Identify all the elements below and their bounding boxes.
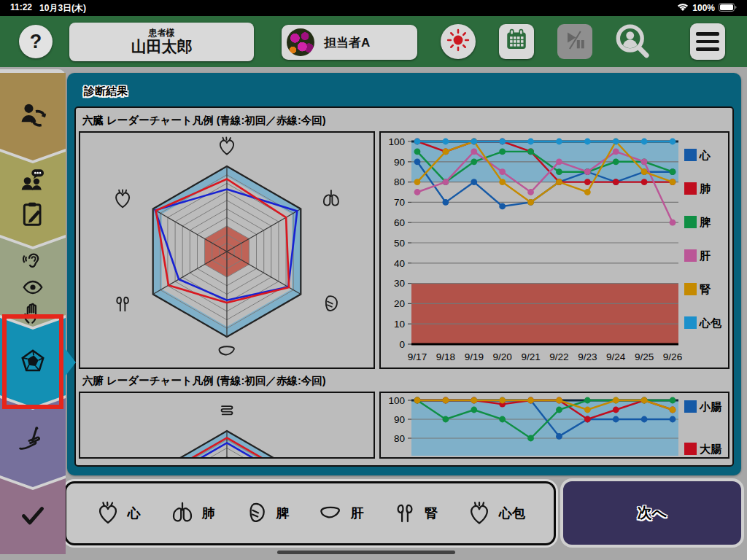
svg-text:9/20: 9/20 — [493, 351, 512, 362]
spleen-icon — [326, 296, 337, 311]
line-six-fu-svg: 1009080小腸大腸 — [381, 393, 728, 457]
sidebar-item-acupuncture[interactable] — [0, 398, 66, 487]
svg-text:9/26: 9/26 — [663, 351, 682, 362]
date: 10月3日(木) — [39, 2, 86, 15]
svg-text:80: 80 — [394, 176, 405, 187]
organ-item-4: 肝 — [317, 500, 363, 526]
legend-swatch — [684, 316, 697, 329]
sidebar-item-complete[interactable] — [0, 478, 66, 554]
organ-item-5: 腎 — [392, 500, 438, 526]
spleen-icon — [244, 500, 270, 526]
calendar-button[interactable] — [499, 24, 534, 59]
sidebar-item-interview[interactable] — [0, 152, 66, 246]
organ-legend-bar: 心肺脾肝腎心包 — [64, 481, 556, 545]
calendar-icon — [504, 28, 529, 55]
clock: 11:22 — [10, 2, 32, 15]
svg-text:9/23: 9/23 — [578, 351, 597, 362]
svg-text:9/22: 9/22 — [549, 351, 568, 362]
sidebar-item-patient-switch[interactable] — [0, 73, 66, 160]
staff-avatar — [287, 28, 314, 56]
help-button[interactable]: ? — [19, 25, 53, 58]
svg-text:0: 0 — [399, 339, 405, 350]
sidebar-item-diagnosis-selected[interactable] — [0, 318, 66, 407]
sidebar-item-diagnosis-shape[interactable] — [0, 318, 76, 407]
sun-icon — [446, 28, 470, 55]
legend-label: 小腸 — [699, 400, 722, 413]
organ-label: 肝 — [350, 505, 363, 522]
user-search-icon — [612, 21, 651, 63]
ear-icon — [21, 249, 44, 276]
intestine-icon — [222, 406, 233, 414]
organ-label: 脾 — [276, 505, 290, 522]
patient-name: 山田太郎 — [131, 38, 193, 55]
line-six-zang-svg: 10090807060504030201009/179/189/199/209/… — [381, 133, 728, 368]
results-panel: 六臓 レーダーチャート凡例 (青線:初回／赤線:今回) 100908070605… — [74, 106, 734, 467]
clipboard-edit-icon — [18, 200, 47, 232]
svg-text:90: 90 — [394, 157, 405, 168]
six-fu-line-chart: 1009080小腸大腸 — [379, 392, 729, 459]
section-title-six-fu: 六腑 レーダーチャート凡例 (青線:初回／赤線:今回) — [82, 374, 729, 388]
home-indicator[interactable] — [277, 551, 455, 554]
check-icon — [18, 500, 47, 532]
sidebar-item-examination[interactable] — [0, 238, 66, 327]
legend-swatch — [684, 443, 697, 455]
organ-label: 心包 — [499, 505, 525, 522]
menu-icon — [696, 32, 719, 36]
svg-text:9/18: 9/18 — [436, 351, 455, 362]
svg-text:30: 30 — [394, 278, 405, 289]
battery-icon — [719, 3, 737, 14]
svg-text:40: 40 — [394, 258, 405, 269]
radar-six-zang-svg — [80, 133, 374, 368]
organ-item-3: 脾 — [244, 500, 290, 526]
next-button[interactable]: 次へ — [560, 478, 744, 548]
legend-label: 心包 — [699, 316, 722, 329]
svg-text:50: 50 — [394, 238, 405, 249]
patient-button[interactable]: 患者様 山田太郎 — [69, 23, 254, 61]
liver-icon — [219, 346, 233, 354]
organ-item-1: 心 — [95, 500, 141, 526]
radar-pentagon-icon — [0, 347, 47, 378]
page-title: 診断結果 — [84, 85, 128, 98]
svg-text:100: 100 — [388, 395, 405, 406]
heart-icon — [95, 500, 121, 526]
heart-icon — [220, 138, 233, 155]
staff-button[interactable]: 担当者A — [282, 25, 417, 60]
svg-text:9/25: 9/25 — [635, 351, 654, 362]
section-title-six-zang: 六臓 レーダーチャート凡例 (青線:初回／赤線:今回) — [82, 114, 729, 128]
eye-icon — [21, 276, 44, 302]
svg-text:9/17: 9/17 — [408, 351, 427, 362]
pericardium-icon — [116, 190, 129, 208]
svg-text:60: 60 — [394, 217, 405, 228]
diagnosis-panel: 診断結果 六臓 レーダーチャート凡例 (青線:初回／赤線:今回) 1009080… — [67, 73, 741, 475]
legend-label: 脾 — [699, 216, 711, 228]
staff-name: 担当者A — [324, 34, 370, 51]
patient-label: 患者様 — [149, 28, 175, 39]
moxibustion-button[interactable] — [441, 24, 476, 59]
battery-percent: 100% — [692, 3, 715, 13]
chart-band — [411, 400, 678, 456]
legend-label: 腎 — [700, 283, 711, 295]
organ-label: 心 — [128, 505, 141, 522]
liver-icon — [317, 500, 344, 526]
six-zang-radar-chart — [79, 131, 375, 369]
user-search-button[interactable] — [611, 22, 652, 63]
menu-button[interactable] — [690, 23, 725, 60]
legend-label: 肝 — [699, 249, 711, 262]
svg-text:80: 80 — [394, 433, 405, 444]
header: ? 患者様 山田太郎 担当者A — [0, 16, 747, 67]
svg-text:90: 90 — [394, 414, 405, 425]
organ-item-2: 肺 — [169, 500, 215, 526]
six-fu-row: 1009080小腸大腸 — [79, 392, 729, 459]
legend-swatch — [684, 283, 697, 295]
svg-text:70: 70 — [394, 197, 405, 208]
svg-text:10: 10 — [394, 319, 405, 330]
radar-six-fu-svg — [80, 393, 374, 457]
svg-text:20: 20 — [394, 298, 405, 309]
legend-label: 大腸 — [700, 443, 722, 455]
svg-text:9/24: 9/24 — [606, 351, 626, 362]
six-zang-row: 10090807060504030201009/179/189/199/209/… — [79, 131, 729, 369]
status-bar: 11:22 10月3日(木) 100% — [0, 0, 747, 16]
sidebar — [0, 69, 66, 554]
chart-band — [411, 284, 678, 344]
legend-swatch — [684, 249, 697, 262]
